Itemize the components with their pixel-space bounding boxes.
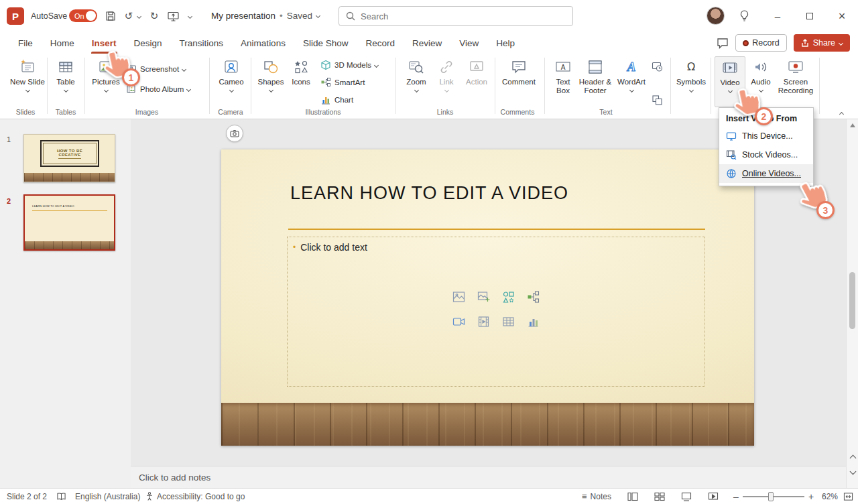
previous-slide-button[interactable] [847,453,858,460]
zoom-out-button[interactable]: – [733,489,739,504]
language-indicator[interactable]: English (Australia) [75,489,140,504]
3d-models-button[interactable]: 3D Models [320,58,378,72]
zoom-slider-thumb[interactable] [768,492,774,501]
insert-stock-image-icon[interactable] [452,290,467,304]
powerpoint-logo-icon[interactable]: P [7,7,24,25]
save-status: Saved [287,11,312,21]
chart-button[interactable]: Chart [320,92,353,107]
title-chevron-icon [316,13,320,18]
restore-icon [806,13,813,19]
undo-chevron-icon[interactable] [135,9,142,23]
insert-smartart-icon[interactable] [526,290,541,304]
slide-title-text[interactable]: LEARN HOW TO EDIT A VIDEO [290,183,568,204]
smartart-button[interactable]: SmartArt [320,75,365,90]
tab-slide-show[interactable]: Slide Show [294,32,357,54]
slide-2-thumbnail[interactable]: LEARN HOW TO EDIT A VIDEO [23,194,115,251]
object-button[interactable] [652,92,663,107]
wordart-button[interactable]: A WordArt [615,56,648,107]
scroll-up-arrow[interactable] [847,123,858,127]
svg-text:Ω: Ω [687,60,695,73]
cameo-button[interactable]: Cameo [214,56,248,107]
shapes-button[interactable]: Shapes [255,56,287,107]
reading-view-button[interactable] [681,489,692,504]
insert-picture-icon[interactable] [477,290,491,304]
search-input[interactable] [361,11,548,21]
group-label-camera: Camera [218,108,243,116]
collapse-ribbon-icon[interactable] [837,110,846,118]
tab-animations[interactable]: Animations [232,32,294,54]
tab-file[interactable]: File [9,32,42,54]
group-label-images: Images [135,108,158,116]
tab-view[interactable]: View [450,32,487,54]
tab-help[interactable]: Help [487,32,524,54]
scrollbar-thumb[interactable] [849,272,855,329]
tab-home[interactable]: Home [42,32,83,54]
cameo-icon [223,58,240,76]
accessibility-status[interactable]: Accessibility: Good to go [157,489,245,504]
comment-button[interactable]: Comment [500,56,538,107]
slide-editing-surface[interactable]: LEARN HOW TO EDIT A VIDEO • Click to add… [221,149,754,446]
slideshow-view-button[interactable] [708,489,719,504]
share-button[interactable]: Share [794,34,850,52]
minimize-button[interactable]: – [770,8,786,24]
insert-chart-icon[interactable] [526,314,541,329]
camera-icon [230,129,239,137]
comment-icon [510,58,528,76]
zoom-button[interactable]: Zoom [401,56,432,107]
group-separator [711,58,711,114]
vertical-scrollbar[interactable] [846,119,858,488]
next-slide-button[interactable] [847,469,858,474]
accessibility-icon[interactable] [145,489,154,504]
tab-transitions[interactable]: Transitions [171,32,233,54]
zoom-level[interactable]: 62% [822,489,838,504]
autosave-state: On [74,12,84,20]
insert-table-icon[interactable] [501,314,516,329]
insert-icons-icon[interactable] [501,290,516,304]
autosave-toggle[interactable]: On [69,9,97,22]
symbols-button[interactable]: Ω Symbols [674,56,708,107]
close-button[interactable]: × [834,8,850,24]
normal-view-button[interactable] [627,489,638,504]
record-button[interactable]: Record [735,34,786,52]
zoom-icon [408,58,425,76]
placeholder-prompt-text: Click to add text [300,242,367,253]
undo-icon[interactable]: ↺ [122,9,135,23]
comments-icon[interactable] [717,38,729,49]
slide-1-thumbnail[interactable]: HOW TO BE CREATIVE [23,134,115,182]
quick-access-chevron-icon[interactable] [186,9,193,23]
date-time-button[interactable] [652,59,663,74]
table-button[interactable]: Table [50,56,82,107]
icons-label: Icons [292,78,310,86]
zoom-in-button[interactable]: + [808,489,814,504]
group-separator [819,58,820,114]
tab-review[interactable]: Review [404,32,450,54]
content-placeholder[interactable]: • Click to add text [287,237,705,387]
slide-sorter-view-button[interactable] [654,489,665,504]
cameo-insert-button[interactable] [226,125,243,142]
user-avatar[interactable] [707,7,725,25]
zoom-slider[interactable] [743,496,804,497]
fit-to-window-button[interactable] [843,489,853,504]
lightbulb-icon[interactable] [737,9,751,22]
table-chevron-icon [63,88,68,92]
icons-button[interactable]: Icons [287,56,315,107]
new-slide-chevron-icon [25,88,29,92]
search-bar[interactable] [339,6,573,26]
proofing-icon[interactable] [56,489,66,504]
document-title[interactable]: My presentation • Saved [211,11,320,21]
notes-pane[interactable]: Click to add notes [131,466,846,488]
tab-record[interactable]: Record [357,32,404,54]
insert-cameo-icon[interactable] [452,314,467,329]
redo-icon[interactable]: ↻ [147,9,161,23]
menu-item-stock-videos[interactable]: Stock Videos... [719,145,813,164]
header-footer-icon [587,58,604,76]
new-slide-button[interactable]: New Slide [9,56,46,107]
text-box-button[interactable]: A Text Box [548,56,578,107]
restore-button[interactable] [802,8,818,24]
present-to-display-icon[interactable] [166,9,180,23]
symbols-icon: Ω [682,58,700,76]
insert-video-icon[interactable] [477,314,491,329]
save-icon[interactable] [104,9,117,23]
header-footer-button[interactable]: Header & Footer [578,56,613,107]
notes-toggle-button[interactable]: ≡ Notes [582,489,611,504]
